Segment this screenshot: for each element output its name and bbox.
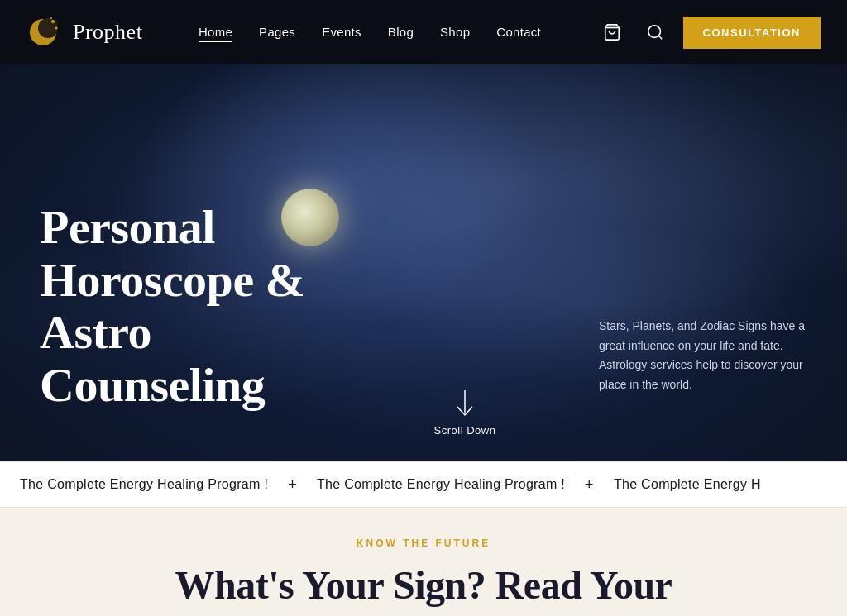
nav-item-shop[interactable]: Shop (440, 25, 470, 40)
nav-right: CONSULTATION (597, 17, 821, 49)
ticker-plus-0: + (288, 476, 297, 494)
navbar: Prophet Home Pages Events Blog Shop Cont… (0, 0, 847, 64)
hero-section: Personal Horoscope & Astro Counseling Sc… (0, 64, 847, 461)
logo-icon (26, 13, 65, 51)
cart-button[interactable] (597, 17, 627, 47)
arrow-down-icon (453, 390, 476, 420)
nav-item-contact[interactable]: Contact (496, 25, 541, 40)
search-icon (646, 23, 664, 41)
nav-link-contact[interactable]: Contact (496, 25, 541, 39)
hero-description: Stars, Planets, and Zodiac Signs have a … (599, 317, 814, 395)
svg-point-2 (38, 18, 58, 38)
section-tag: KNOW THE FUTURE (357, 537, 490, 549)
logo[interactable]: Prophet (26, 13, 142, 51)
nav-link-blog[interactable]: Blog (388, 25, 414, 39)
search-button[interactable] (640, 17, 670, 47)
ticker-inner: The Complete Energy Healing Program ! + … (0, 476, 781, 494)
svg-point-5 (50, 17, 52, 19)
below-section: KNOW THE FUTURE What's Your Sign? Read Y… (0, 508, 847, 616)
consultation-button[interactable]: CONSULTATION (683, 17, 821, 49)
ticker-text-0: The Complete Energy Healing Program ! (20, 477, 268, 492)
section-title: What's Your Sign? Read Your (175, 562, 672, 608)
nav-item-blog[interactable]: Blog (388, 25, 414, 40)
nav-item-home[interactable]: Home (199, 25, 232, 40)
ticker-plus-1: + (585, 476, 594, 494)
svg-point-7 (648, 26, 660, 38)
ticker-band: The Complete Energy Healing Program ! + … (0, 461, 847, 508)
ticker-item-2: The Complete Energy H (594, 477, 781, 492)
svg-point-3 (51, 20, 55, 23)
ticker-text-1: The Complete Energy Healing Program ! (317, 477, 565, 492)
cart-icon (603, 23, 621, 41)
hero-right: Stars, Planets, and Zodiac Signs have a … (582, 64, 847, 461)
nav-links: Home Pages Events Blog Shop Contact (199, 25, 541, 40)
scroll-label: Scroll Down (434, 424, 496, 437)
nav-item-events[interactable]: Events (322, 25, 361, 40)
nav-item-pages[interactable]: Pages (259, 25, 295, 40)
svg-point-4 (55, 27, 58, 30)
hero-content: Personal Horoscope & Astro Counseling Sc… (0, 64, 847, 461)
nav-link-events[interactable]: Events (322, 25, 361, 39)
scroll-arrow[interactable] (452, 393, 477, 418)
hero-title: Personal Horoscope & Astro Counseling (40, 201, 347, 412)
ticker-item-1: The Complete Energy Healing Program ! (297, 477, 585, 492)
ticker-text-2: The Complete Energy H (614, 477, 761, 492)
svg-line-8 (658, 36, 662, 39)
hero-center: Scroll Down (347, 64, 582, 461)
nav-link-home[interactable]: Home (199, 25, 232, 42)
nav-link-shop[interactable]: Shop (440, 25, 470, 39)
hero-left: Personal Horoscope & Astro Counseling (0, 64, 347, 461)
ticker-item-0: The Complete Energy Healing Program ! (0, 477, 288, 492)
brand-name: Prophet (73, 20, 142, 45)
nav-link-pages[interactable]: Pages (259, 25, 295, 39)
